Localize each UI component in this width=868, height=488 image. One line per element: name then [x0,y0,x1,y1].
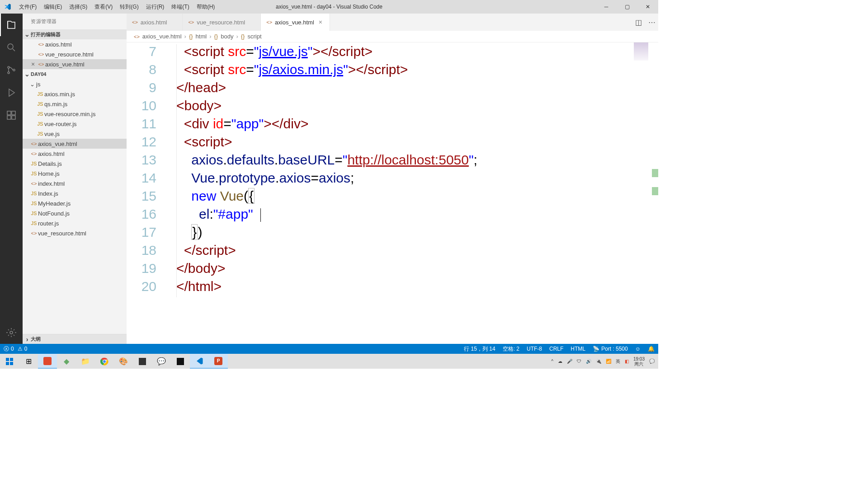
status-warnings[interactable]: ⚠0 [18,346,28,352]
tray-chevron-icon[interactable]: ^ [551,359,553,364]
file-item[interactable]: JSvue-router.js [23,119,127,129]
file-item[interactable]: JSrouter.js [23,218,127,228]
code-line[interactable]: </html> [176,277,631,296]
minimap[interactable] [634,42,648,61]
file-item[interactable]: <>index.html [23,178,127,188]
taskbar-chrome[interactable] [95,354,114,369]
code-line[interactable]: <script> [176,133,631,151]
menu-edit[interactable]: 编辑(E) [40,0,66,14]
editor-tab[interactable]: <>axios_vue.html× [261,14,330,31]
file-item[interactable]: JSvue.js [23,129,127,139]
code-line[interactable]: }) [176,223,631,241]
task-view-icon[interactable]: ⊞ [19,354,38,369]
tray-onedrive-icon[interactable]: ☁ [558,359,562,364]
breadcrumb-item[interactable]: body [221,33,233,40]
tray-app-icon[interactable]: ◧ [625,359,629,364]
system-tray[interactable]: ^ ☁ 🎤 🛡 🔊 🔌 📶 英 ◧ 19:03 周六 💬 [551,354,658,369]
start-button[interactable] [0,354,19,369]
tray-mic-icon[interactable]: 🎤 [567,359,572,364]
taskbar-terminal[interactable] [171,354,190,369]
taskbar-powerpoint[interactable]: P [209,354,228,369]
taskbar-vscode[interactable] [190,354,209,369]
code-line[interactable]: el:"#app" [176,205,631,223]
file-item[interactable]: JSNotFound.js [23,208,127,218]
scroll-track[interactable] [652,42,658,344]
split-editor-icon[interactable]: ◫ [635,18,642,27]
taskbar-app[interactable] [38,354,57,369]
taskbar-app[interactable]: ◆ [57,354,76,369]
code-line[interactable]: <script src="js/vue.js"></script> [176,42,631,61]
menu-run[interactable]: 运行(R) [142,0,168,14]
code-line[interactable]: <body> [176,97,631,115]
code-line[interactable]: new Vue({ [176,187,631,205]
minimize-button[interactable]: ─ [596,0,617,14]
open-editor-item[interactable]: <>axios.html [23,39,127,49]
taskbar-app[interactable] [133,354,152,369]
tray-defender-icon[interactable]: 🛡 [577,359,581,364]
file-item[interactable]: JSvue-resource.min.js [23,109,127,119]
tray-volume-icon[interactable]: 🔊 [586,359,591,364]
tray-clock[interactable]: 19:03 周六 [633,357,645,366]
status-cursor[interactable]: 行 15，列 14 [464,345,495,353]
close-button[interactable]: ✕ [637,0,658,14]
menu-help[interactable]: 帮助(H) [193,0,219,14]
menu-terminal[interactable]: 终端(T) [168,0,193,14]
open-editors-header[interactable]: ⌄打开的编辑器 [23,29,127,39]
activity-scm[interactable] [0,59,23,81]
breadcrumb-item[interactable]: html [196,33,207,40]
code-line[interactable]: </head> [176,79,631,97]
tray-ime-icon[interactable]: 英 [616,358,620,365]
file-item[interactable]: JSDetails.js [23,159,127,169]
taskbar-app[interactable]: 🎨 [114,354,133,369]
tray-notifications-icon[interactable]: 💬 [649,359,655,364]
file-item[interactable]: <>axios_vue.html [23,139,127,149]
taskbar-file-explorer[interactable]: 📁 [76,354,95,369]
file-item[interactable]: JSqs.min.js [23,99,127,109]
file-item[interactable]: <>vue_resource.html [23,228,127,238]
menu-view[interactable]: 查看(V) [91,0,116,14]
file-item[interactable]: <>axios.html [23,149,127,159]
code-line[interactable]: <script src="js/axios.min.js"></script> [176,61,631,79]
status-errors[interactable]: ⓧ0 [4,345,14,353]
status-feedback[interactable]: ☺ [635,346,641,352]
file-item[interactable]: JSMyHeader.js [23,198,127,208]
code-line[interactable]: axios.defaults.baseURL="http://localhost… [176,151,631,169]
code-line[interactable]: </script> [176,241,631,259]
editor-tab[interactable]: <>vue_resource.html [183,14,261,31]
activity-extensions[interactable] [0,104,23,127]
activity-explorer[interactable] [0,14,23,36]
status-eol[interactable]: CRLF [549,346,563,352]
code-line[interactable]: </body> [176,259,631,277]
folder-header[interactable]: ⌄DAY04 [23,69,127,79]
more-icon[interactable]: ⋯ [648,18,656,27]
code-editor[interactable]: 7891011121314151617181920 <script src="j… [127,42,658,344]
breadcrumb-item[interactable]: script [247,33,261,40]
file-item[interactable]: JSHome.js [23,169,127,178]
file-item[interactable]: JSaxios.min.js [23,89,127,99]
close-icon[interactable]: × [29,61,37,68]
breadcrumb-file[interactable]: axios_vue.html [142,33,182,40]
breadcrumb[interactable]: <> axios_vue.html › {} html › {} body › … [127,31,658,42]
tray-power-icon[interactable]: 🔌 [596,359,601,364]
maximize-button[interactable]: ▢ [617,0,637,14]
status-port[interactable]: 📡Port : 5500 [593,346,628,352]
status-language[interactable]: HTML [571,346,585,352]
taskbar-wechat[interactable]: 💬 [152,354,171,369]
code-line[interactable]: Vue.prototype.axios=axios; [176,169,631,187]
activity-debug[interactable] [0,81,23,104]
editor-tab[interactable]: <>axios.html [127,14,183,31]
activity-settings[interactable] [0,321,23,344]
open-editor-item[interactable]: ×<>axios_vue.html [23,59,127,69]
code-content[interactable]: <script src="js/vue.js"></script> <scrip… [176,42,631,296]
outline-header[interactable]: ›大纲 [23,334,127,344]
status-bell[interactable]: 🔔 [648,346,655,352]
status-spaces[interactable]: 空格: 2 [503,345,519,353]
folder-js[interactable]: ⌄js [23,79,127,89]
status-encoding[interactable]: UTF-8 [527,346,542,352]
close-icon[interactable]: × [317,19,324,26]
activity-search[interactable] [0,36,23,59]
code-line[interactable]: <div id="app"></div> [176,115,631,133]
open-editor-item[interactable]: <>vue_resource.html [23,49,127,59]
file-item[interactable]: JSIndex.js [23,188,127,198]
menu-go[interactable]: 转到(G) [116,0,142,14]
